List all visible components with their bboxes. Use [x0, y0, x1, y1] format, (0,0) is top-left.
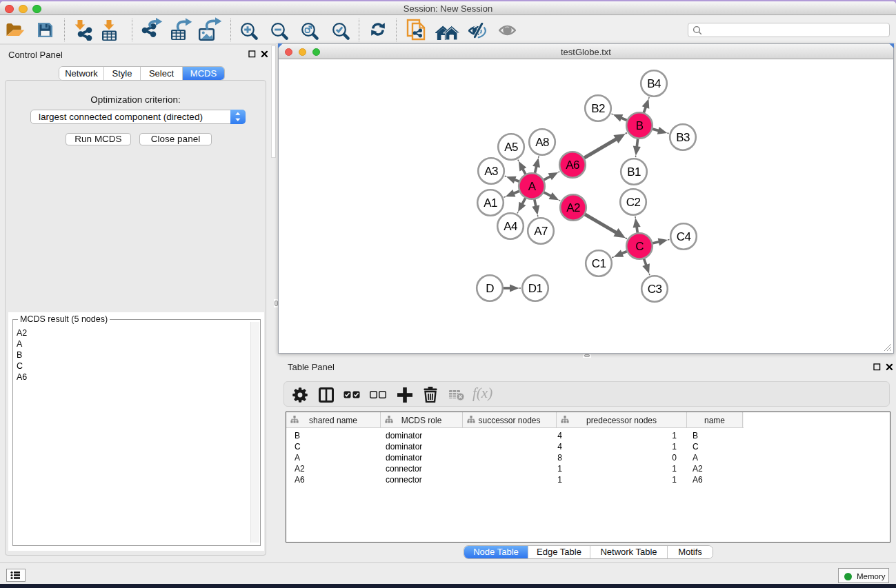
svg-text:A7: A7	[534, 225, 548, 238]
svg-text:A4: A4	[504, 220, 517, 233]
svg-text:D1: D1	[528, 282, 543, 295]
svg-text:B: B	[636, 119, 644, 132]
svg-text:B2: B2	[591, 102, 605, 115]
svg-text:A5: A5	[504, 141, 518, 154]
svg-text:D: D	[486, 282, 494, 295]
svg-text:C: C	[635, 240, 644, 253]
svg-text:A2: A2	[566, 201, 580, 214]
svg-text:B4: B4	[647, 77, 661, 90]
svg-text:A1: A1	[484, 196, 497, 210]
svg-text:B1: B1	[627, 165, 641, 179]
svg-text:C2: C2	[626, 196, 641, 209]
svg-text:B3: B3	[676, 131, 690, 144]
svg-text:C1: C1	[592, 257, 606, 270]
svg-text:A: A	[528, 180, 537, 193]
svg-text:C3: C3	[648, 283, 662, 296]
svg-text:A3: A3	[484, 165, 498, 178]
svg-text:A6: A6	[566, 159, 579, 172]
svg-text:A8: A8	[535, 136, 549, 149]
svg-text:C4: C4	[677, 230, 691, 243]
